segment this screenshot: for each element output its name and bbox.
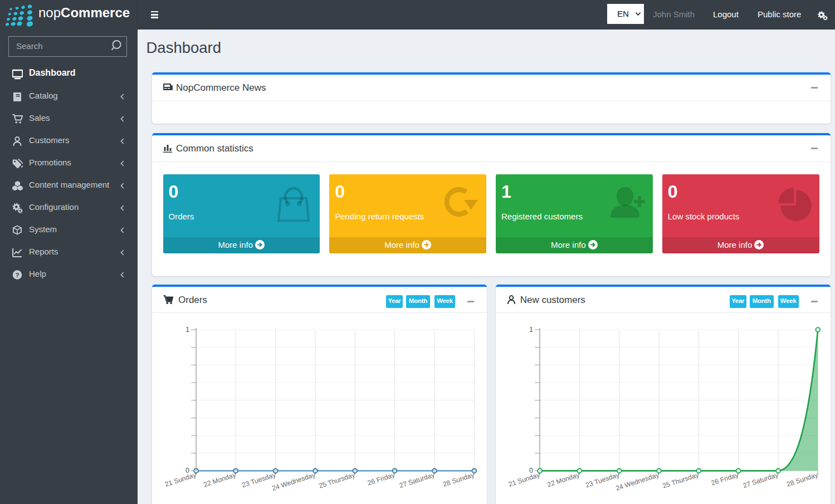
svg-text:?: ?	[15, 272, 19, 278]
svg-text:27 Saturday: 27 Saturday	[742, 471, 780, 490]
svg-text:22 Monday: 22 Monday	[203, 471, 238, 488]
svg-text:28 Sunday: 28 Sunday	[442, 471, 476, 488]
svg-text:21 Sunday: 21 Sunday	[164, 471, 198, 488]
svg-text:21 Sunday: 21 Sunday	[507, 471, 541, 488]
svg-text:25 Thursday: 25 Thursday	[661, 471, 700, 490]
svg-text:25 Thursday: 25 Thursday	[318, 471, 357, 490]
svg-text:24 Wednesday: 24 Wednesday	[271, 471, 316, 492]
svg-text:28 Sunday: 28 Sunday	[785, 471, 819, 488]
svg-text:27 Saturday: 27 Saturday	[398, 471, 436, 490]
svg-text:26 Friday: 26 Friday	[710, 471, 740, 487]
svg-text:1: 1	[185, 326, 189, 334]
svg-text:24 Wednesday: 24 Wednesday	[614, 471, 660, 492]
svg-text:1: 1	[529, 326, 533, 334]
svg-text:26 Friday: 26 Friday	[367, 471, 397, 487]
svg-text:22 Monday: 22 Monday	[546, 471, 581, 488]
